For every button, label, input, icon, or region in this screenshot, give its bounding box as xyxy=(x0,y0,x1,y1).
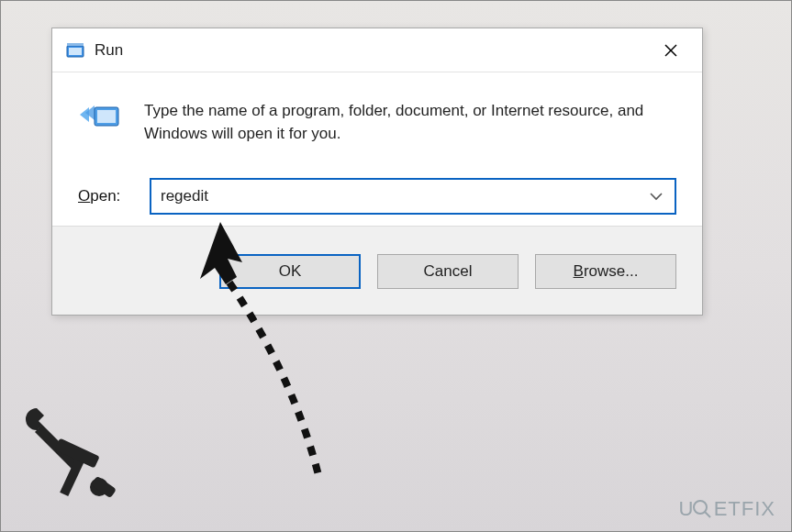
tools-watermark-icon xyxy=(15,399,125,512)
dialog-content: Type the name of a program, folder, docu… xyxy=(52,72,702,226)
svg-point-12 xyxy=(694,501,707,514)
close-button[interactable] xyxy=(649,28,693,72)
ok-button[interactable]: OK xyxy=(219,254,361,289)
chevron-down-icon[interactable] xyxy=(638,180,675,213)
run-app-icon xyxy=(65,40,85,61)
svg-rect-6 xyxy=(97,110,116,123)
svg-line-13 xyxy=(705,512,710,517)
site-watermark: U ETFIX xyxy=(678,497,775,521)
titlebar: Run xyxy=(52,28,702,72)
svg-rect-1 xyxy=(69,48,82,55)
open-row: Open: xyxy=(78,178,676,215)
open-combobox[interactable] xyxy=(150,178,676,215)
browse-button[interactable]: Browse... xyxy=(535,254,676,289)
dialog-title: Run xyxy=(95,41,649,60)
cancel-button[interactable]: Cancel xyxy=(377,254,519,289)
magnifier-icon xyxy=(692,499,712,519)
run-dialog: Run Type the name of a program, folder, … xyxy=(51,28,703,316)
description-row: Type the name of a program, folder, docu… xyxy=(78,98,676,145)
description-text: Type the name of a program, folder, docu… xyxy=(144,98,676,145)
open-label: Open: xyxy=(78,187,129,205)
button-row: OK Cancel Browse... xyxy=(52,226,702,315)
svg-rect-2 xyxy=(67,43,84,46)
run-logo-icon xyxy=(78,98,124,137)
close-icon xyxy=(664,44,677,57)
open-input[interactable] xyxy=(151,187,638,205)
